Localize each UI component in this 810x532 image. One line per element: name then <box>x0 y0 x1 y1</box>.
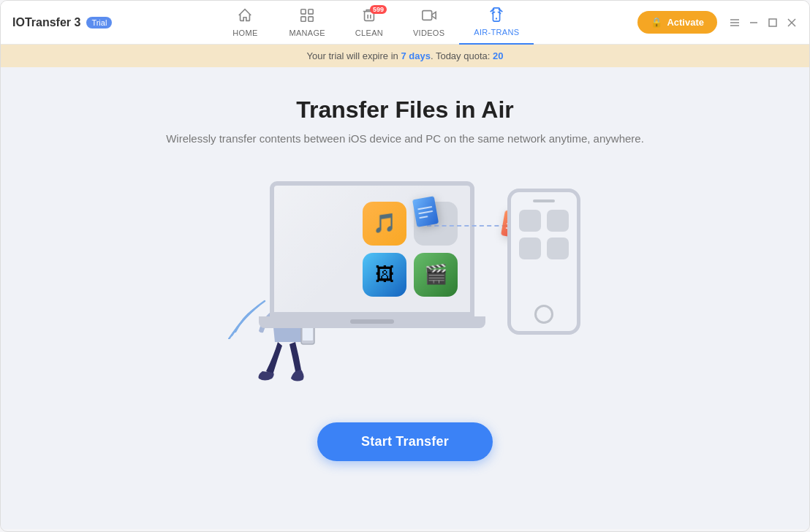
activate-label: Activate <box>667 17 704 28</box>
close-button[interactable] <box>786 17 798 28</box>
trial-text-middle: . Today quota: <box>431 50 493 61</box>
svg-rect-3 <box>309 17 313 21</box>
titlebar: IOTransfer 3 Trial HOME <box>1 1 809 45</box>
app-name: IOTransfer 3 <box>12 16 80 29</box>
svg-rect-1 <box>309 10 313 14</box>
menu-button[interactable] <box>729 17 741 28</box>
lock-icon: 🔒 <box>651 17 662 28</box>
tab-manage-label: MANAGE <box>289 28 325 37</box>
phone-icon-1 <box>519 210 541 232</box>
trial-banner: Your trial will expire in 7 days. Today … <box>1 45 809 67</box>
nav-tabs: HOME MANAGE 599 <box>216 1 534 44</box>
illustration: 🎵 🖼 🎬 <box>186 167 624 400</box>
trial-days: 7 days <box>401 50 430 61</box>
laptop-illustration: 🎵 🖼 🎬 <box>259 181 485 342</box>
svg-rect-0 <box>301 10 306 14</box>
phone-home-btn <box>534 305 553 324</box>
photos-icon: 🖼 <box>363 253 406 297</box>
activate-button[interactable]: 🔒 Activate <box>637 11 717 34</box>
svg-rect-22 <box>412 196 439 227</box>
laptop-screen: 🎵 🖼 🎬 <box>270 181 474 316</box>
minimize-button[interactable] <box>748 17 760 28</box>
air-trans-icon <box>488 7 504 25</box>
flying-doc-blue <box>409 194 448 238</box>
tab-air-trans[interactable]: AIR-TRANS <box>459 1 534 45</box>
maximize-button[interactable] <box>767 17 779 28</box>
clean-badge: 599 <box>370 5 387 14</box>
tab-videos[interactable]: VIDEOS <box>398 1 459 45</box>
svg-rect-2 <box>301 17 306 21</box>
trial-badge: Trial <box>86 17 112 28</box>
tab-videos-label: VIDEOS <box>413 28 444 37</box>
tab-air-trans-label: AIR-TRANS <box>474 28 519 37</box>
page-title: Transfer Files in Air <box>296 96 514 123</box>
phone-icon-4 <box>547 238 569 259</box>
svg-rect-15 <box>769 19 776 26</box>
tab-clean[interactable]: 599 CLEAN <box>340 1 398 45</box>
tab-home-label: HOME <box>232 28 257 37</box>
video-icon: 🎬 <box>414 253 458 297</box>
home-icon <box>237 7 253 26</box>
page-subtitle: Wirelessly transfer contents between iOS… <box>166 132 644 145</box>
phone-icon-2 <box>547 210 569 232</box>
trial-text-prefix: Your trial will expire in <box>307 50 401 61</box>
phone-icon-3 <box>519 238 541 259</box>
tab-clean-label: CLEAN <box>355 28 383 37</box>
start-transfer-button[interactable]: Start Transfer <box>317 422 493 461</box>
main-content: Transfer Files in Air Wirelessly transfe… <box>1 67 809 529</box>
window-controls <box>729 17 798 28</box>
phone-illustration <box>507 189 580 335</box>
titlebar-right: 🔒 Activate <box>637 11 798 34</box>
music-icon: 🎵 <box>363 202 406 246</box>
phone-speaker <box>533 200 555 202</box>
titlebar-left: IOTransfer 3 Trial <box>12 16 112 29</box>
tab-home[interactable]: HOME <box>216 1 274 45</box>
laptop-base <box>259 316 485 328</box>
tab-manage[interactable]: MANAGE <box>274 1 339 45</box>
videos-icon <box>421 7 437 26</box>
manage-icon <box>299 7 315 26</box>
trial-quota: 20 <box>493 50 503 61</box>
svg-rect-7 <box>422 11 431 20</box>
svg-marker-8 <box>431 12 436 18</box>
phone-icons-grid <box>519 210 569 297</box>
